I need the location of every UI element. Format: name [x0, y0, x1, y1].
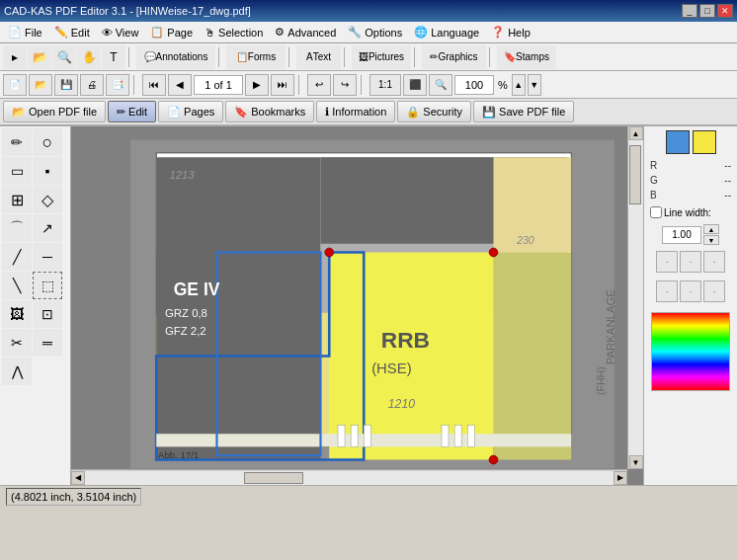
double-dash-tool[interactable]: ═ [33, 329, 62, 357]
stamps-btn[interactable]: 🔖 Stamps [497, 45, 556, 69]
dot-btn-2[interactable]: · [680, 251, 701, 273]
arrow-tool[interactable]: ↗ [33, 214, 62, 242]
dot-btn-4[interactable]: · [656, 280, 678, 302]
menu-selection[interactable]: 🖱 Selection [199, 23, 269, 42]
grid-tool[interactable]: ⊞ [2, 186, 32, 213]
bookmarks-button[interactable]: 🔖 Bookmarks [225, 101, 314, 122]
save-btn[interactable]: 💾 [54, 74, 78, 96]
dot-btn-1[interactable]: · [656, 251, 678, 273]
b-label: B [650, 190, 662, 200]
zigzag-tool[interactable]: ⋀ [2, 358, 32, 385]
sep3 [288, 47, 293, 67]
line-width-up[interactable]: ▲ [703, 224, 719, 234]
edit-button[interactable]: ✏ Edit [108, 101, 156, 122]
g-value: -- [662, 175, 731, 186]
open-pdf-button[interactable]: 📂 Open PDF file [3, 101, 106, 122]
prev-page-btn[interactable]: ◀ [168, 74, 192, 96]
text-btn[interactable]: A Text [296, 45, 341, 69]
zoom-up-btn[interactable]: ▲ [512, 74, 526, 96]
line-tool[interactable]: ╱ [2, 243, 32, 271]
open-btn[interactable]: 📂 [28, 45, 51, 69]
menu-options[interactable]: 🔧 Options [342, 23, 408, 42]
save-pdf-button[interactable]: 💾 Save PDF file [473, 101, 574, 122]
menu-language[interactable]: 🌐 Language [408, 23, 485, 42]
next-page-btn[interactable]: ▶ [245, 74, 269, 96]
forms-btn[interactable]: 📋 Forms [226, 45, 286, 69]
page-icon: 📋 [150, 26, 164, 39]
print-btn[interactable]: 🖨 [80, 74, 104, 96]
menu-advanced[interactable]: ⚙ Advanced [269, 23, 342, 42]
circle-tool[interactable]: ○ [33, 128, 62, 156]
redo-btn[interactable]: ↪ [333, 74, 357, 96]
menu-help[interactable]: ❓ Help [485, 23, 536, 42]
line-width-down[interactable]: ▼ [703, 235, 719, 245]
scroll-h-track[interactable] [85, 471, 614, 485]
zoom-down-btn[interactable]: ▼ [528, 74, 541, 96]
zoom-in-btn[interactable]: 🔍 [429, 74, 452, 96]
minimize-button[interactable]: _ [682, 4, 697, 18]
scroll-up-btn[interactable]: ▲ [629, 126, 643, 140]
coords-text: (4.8021 inch, 3.5104 inch) [11, 491, 136, 503]
svg-rect-10 [494, 253, 572, 460]
vertical-scrollbar[interactable]: ▲ ▼ [627, 126, 643, 469]
color-swatch-blue[interactable] [666, 130, 690, 154]
scroll-right-btn[interactable]: ▶ [614, 471, 627, 485]
pages-button[interactable]: 📄 Pages [158, 101, 223, 122]
g-row: G -- [648, 175, 733, 186]
crop-tool[interactable]: ✂ [2, 329, 32, 357]
scroll-v-thumb[interactable] [629, 145, 641, 204]
zoom-fit-btn[interactable]: ⬛ [403, 74, 427, 96]
color-swatch-yellow[interactable] [693, 130, 716, 154]
canvas-area[interactable]: 1213 GE IV GRZ 0,8 GFZ 2,2 RRB (HSE) 121… [71, 126, 643, 485]
new-btn[interactable]: 📄 [3, 74, 27, 96]
dot-btn-5[interactable]: · [680, 280, 701, 302]
last-page-btn[interactable]: ⏭ [271, 74, 294, 96]
horizontal-scrollbar[interactable]: ◀ ▶ [71, 469, 627, 485]
undo-btn[interactable]: ↩ [307, 74, 331, 96]
select2-tool[interactable]: ⊡ [33, 300, 62, 328]
rect-filled-tool[interactable]: ▪ [33, 157, 62, 185]
scroll-down-btn[interactable]: ▼ [629, 455, 643, 469]
open-file-btn[interactable]: 📂 [29, 74, 52, 96]
zoom-1to1-btn[interactable]: 1:1 [369, 74, 401, 96]
diamond-tool[interactable]: ◇ [33, 186, 62, 213]
information-button[interactable]: ℹ Information [316, 101, 395, 122]
annotations-btn[interactable]: 💬 Annotations [136, 45, 215, 69]
svg-text:RRB: RRB [381, 327, 430, 353]
image-tool[interactable]: 🖼 [2, 300, 32, 328]
pictures-btn[interactable]: 🖼 Pictures [352, 45, 411, 69]
select-tool-btn[interactable]: ▸ [3, 45, 27, 69]
main-content: ✏ ○ ▭ ▪ ⊞ ◇ ⌒ ↗ ╱ ─ ╲ ⬚ 🖼 ⊡ ✂ ═ ⋀ [0, 126, 737, 485]
statusbar: (4.8021 inch, 3.5104 inch) [0, 485, 737, 507]
color-picker[interactable] [651, 312, 730, 391]
menu-file[interactable]: 📄 File [2, 23, 48, 42]
pencil-tool[interactable]: ✏ [2, 128, 32, 156]
maximize-button[interactable]: □ [699, 4, 715, 18]
dot-btn-3[interactable]: · [703, 251, 725, 273]
curve-tool[interactable]: ⌒ [2, 214, 32, 242]
scroll-v-track[interactable] [628, 140, 643, 455]
text-cursor-btn[interactable]: T [102, 45, 125, 69]
rect-empty-tool[interactable]: ▭ [2, 157, 32, 185]
scroll-left-btn[interactable]: ◀ [71, 471, 85, 485]
graphics-btn[interactable]: ✏ Graphics [422, 45, 486, 69]
r-value: -- [662, 160, 731, 171]
first-page-btn[interactable]: ⏮ [142, 74, 166, 96]
zoom-btn[interactable]: 🔍 [52, 45, 76, 69]
line-width-input[interactable]: 1.00 [662, 226, 701, 244]
line-width-checkbox[interactable] [650, 206, 662, 218]
scroll-h-thumb[interactable] [244, 472, 303, 484]
select-rect-tool[interactable]: ⬚ [33, 272, 62, 299]
page-input[interactable] [194, 75, 243, 95]
menu-edit[interactable]: ✏️ Edit [48, 23, 96, 42]
security-button[interactable]: 🔒 Security [397, 101, 471, 122]
close-button[interactable]: ✕ [717, 4, 733, 18]
scan-btn[interactable]: 📑 [106, 74, 129, 96]
dash-tool[interactable]: ─ [33, 243, 62, 271]
menu-view[interactable]: 👁 View [96, 23, 145, 42]
diag-line-tool[interactable]: ╲ [2, 272, 32, 299]
menu-page[interactable]: 📋 Page [144, 23, 199, 42]
zoom-input[interactable] [454, 75, 494, 95]
dot-btn-6[interactable]: · [703, 280, 725, 302]
hand-btn[interactable]: ✋ [77, 45, 101, 69]
